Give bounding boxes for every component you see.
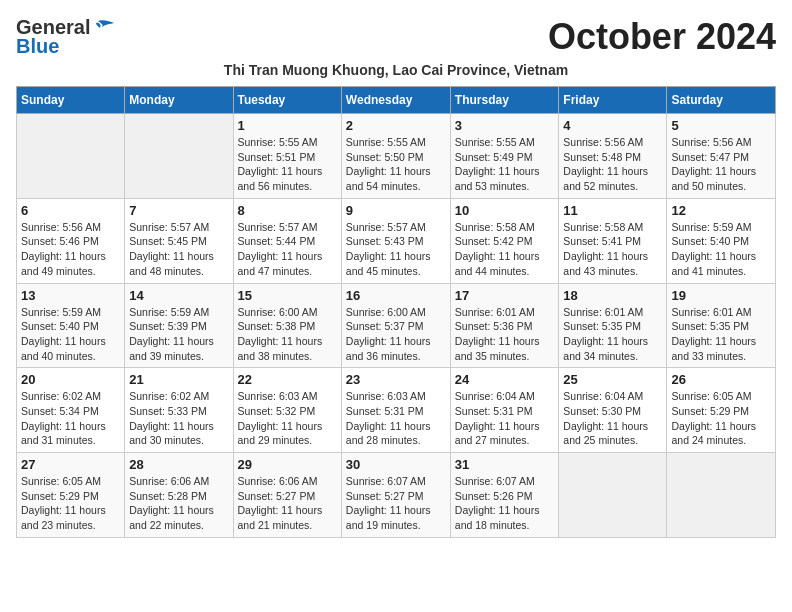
subtitle: Thi Tran Muong Khuong, Lao Cai Province,… bbox=[16, 62, 776, 78]
day-number: 9 bbox=[346, 203, 446, 218]
calendar-day-cell: 28Sunrise: 6:06 AMSunset: 5:28 PMDayligh… bbox=[125, 453, 233, 538]
logo: General Blue bbox=[16, 16, 114, 58]
calendar-day-cell bbox=[125, 114, 233, 199]
weekday-header-cell: Friday bbox=[559, 87, 667, 114]
calendar-body: 1Sunrise: 5:55 AMSunset: 5:51 PMDaylight… bbox=[17, 114, 776, 538]
weekday-header-cell: Saturday bbox=[667, 87, 776, 114]
day-number: 26 bbox=[671, 372, 771, 387]
day-number: 8 bbox=[238, 203, 337, 218]
day-info: Sunrise: 5:56 AMSunset: 5:46 PMDaylight:… bbox=[21, 220, 120, 279]
calendar-day-cell: 13Sunrise: 5:59 AMSunset: 5:40 PMDayligh… bbox=[17, 283, 125, 368]
calendar-day-cell: 31Sunrise: 6:07 AMSunset: 5:26 PMDayligh… bbox=[450, 453, 559, 538]
day-info: Sunrise: 5:56 AMSunset: 5:48 PMDaylight:… bbox=[563, 135, 662, 194]
calendar-day-cell: 7Sunrise: 5:57 AMSunset: 5:45 PMDaylight… bbox=[125, 198, 233, 283]
day-number: 16 bbox=[346, 288, 446, 303]
day-info: Sunrise: 5:59 AMSunset: 5:39 PMDaylight:… bbox=[129, 305, 228, 364]
day-number: 4 bbox=[563, 118, 662, 133]
header: General Blue October 2024 bbox=[16, 16, 776, 58]
day-number: 28 bbox=[129, 457, 228, 472]
day-number: 14 bbox=[129, 288, 228, 303]
calendar-day-cell: 20Sunrise: 6:02 AMSunset: 5:34 PMDayligh… bbox=[17, 368, 125, 453]
day-info: Sunrise: 6:04 AMSunset: 5:31 PMDaylight:… bbox=[455, 389, 555, 448]
day-info: Sunrise: 6:02 AMSunset: 5:33 PMDaylight:… bbox=[129, 389, 228, 448]
calendar-day-cell: 23Sunrise: 6:03 AMSunset: 5:31 PMDayligh… bbox=[341, 368, 450, 453]
calendar-day-cell: 4Sunrise: 5:56 AMSunset: 5:48 PMDaylight… bbox=[559, 114, 667, 199]
day-number: 21 bbox=[129, 372, 228, 387]
day-info: Sunrise: 6:00 AMSunset: 5:37 PMDaylight:… bbox=[346, 305, 446, 364]
day-number: 22 bbox=[238, 372, 337, 387]
calendar-day-cell: 3Sunrise: 5:55 AMSunset: 5:49 PMDaylight… bbox=[450, 114, 559, 199]
calendar-table: SundayMondayTuesdayWednesdayThursdayFrid… bbox=[16, 86, 776, 538]
day-info: Sunrise: 5:59 AMSunset: 5:40 PMDaylight:… bbox=[21, 305, 120, 364]
weekday-header-cell: Sunday bbox=[17, 87, 125, 114]
day-info: Sunrise: 6:00 AMSunset: 5:38 PMDaylight:… bbox=[238, 305, 337, 364]
day-number: 3 bbox=[455, 118, 555, 133]
calendar-day-cell bbox=[559, 453, 667, 538]
day-number: 13 bbox=[21, 288, 120, 303]
calendar-week-row: 20Sunrise: 6:02 AMSunset: 5:34 PMDayligh… bbox=[17, 368, 776, 453]
day-number: 30 bbox=[346, 457, 446, 472]
calendar-day-cell: 6Sunrise: 5:56 AMSunset: 5:46 PMDaylight… bbox=[17, 198, 125, 283]
day-info: Sunrise: 6:07 AMSunset: 5:27 PMDaylight:… bbox=[346, 474, 446, 533]
day-info: Sunrise: 5:55 AMSunset: 5:51 PMDaylight:… bbox=[238, 135, 337, 194]
day-number: 17 bbox=[455, 288, 555, 303]
calendar-day-cell: 22Sunrise: 6:03 AMSunset: 5:32 PMDayligh… bbox=[233, 368, 341, 453]
calendar-day-cell: 8Sunrise: 5:57 AMSunset: 5:44 PMDaylight… bbox=[233, 198, 341, 283]
day-info: Sunrise: 5:57 AMSunset: 5:45 PMDaylight:… bbox=[129, 220, 228, 279]
day-number: 27 bbox=[21, 457, 120, 472]
day-info: Sunrise: 5:56 AMSunset: 5:47 PMDaylight:… bbox=[671, 135, 771, 194]
day-number: 31 bbox=[455, 457, 555, 472]
day-info: Sunrise: 5:57 AMSunset: 5:43 PMDaylight:… bbox=[346, 220, 446, 279]
calendar-day-cell: 19Sunrise: 6:01 AMSunset: 5:35 PMDayligh… bbox=[667, 283, 776, 368]
day-info: Sunrise: 5:55 AMSunset: 5:50 PMDaylight:… bbox=[346, 135, 446, 194]
calendar-day-cell: 29Sunrise: 6:06 AMSunset: 5:27 PMDayligh… bbox=[233, 453, 341, 538]
month-title: October 2024 bbox=[548, 16, 776, 58]
calendar-day-cell: 1Sunrise: 5:55 AMSunset: 5:51 PMDaylight… bbox=[233, 114, 341, 199]
day-number: 11 bbox=[563, 203, 662, 218]
day-info: Sunrise: 6:05 AMSunset: 5:29 PMDaylight:… bbox=[21, 474, 120, 533]
calendar-day-cell: 27Sunrise: 6:05 AMSunset: 5:29 PMDayligh… bbox=[17, 453, 125, 538]
day-number: 12 bbox=[671, 203, 771, 218]
calendar-day-cell: 11Sunrise: 5:58 AMSunset: 5:41 PMDayligh… bbox=[559, 198, 667, 283]
day-number: 6 bbox=[21, 203, 120, 218]
day-info: Sunrise: 6:06 AMSunset: 5:28 PMDaylight:… bbox=[129, 474, 228, 533]
day-info: Sunrise: 5:58 AMSunset: 5:42 PMDaylight:… bbox=[455, 220, 555, 279]
day-info: Sunrise: 6:02 AMSunset: 5:34 PMDaylight:… bbox=[21, 389, 120, 448]
calendar-week-row: 27Sunrise: 6:05 AMSunset: 5:29 PMDayligh… bbox=[17, 453, 776, 538]
logo-bird-icon bbox=[92, 19, 114, 37]
calendar-day-cell: 12Sunrise: 5:59 AMSunset: 5:40 PMDayligh… bbox=[667, 198, 776, 283]
calendar-day-cell: 9Sunrise: 5:57 AMSunset: 5:43 PMDaylight… bbox=[341, 198, 450, 283]
day-number: 7 bbox=[129, 203, 228, 218]
calendar-day-cell: 15Sunrise: 6:00 AMSunset: 5:38 PMDayligh… bbox=[233, 283, 341, 368]
calendar-day-cell bbox=[667, 453, 776, 538]
calendar-day-cell: 26Sunrise: 6:05 AMSunset: 5:29 PMDayligh… bbox=[667, 368, 776, 453]
calendar-day-cell: 17Sunrise: 6:01 AMSunset: 5:36 PMDayligh… bbox=[450, 283, 559, 368]
day-info: Sunrise: 5:59 AMSunset: 5:40 PMDaylight:… bbox=[671, 220, 771, 279]
day-number: 10 bbox=[455, 203, 555, 218]
calendar-day-cell: 14Sunrise: 5:59 AMSunset: 5:39 PMDayligh… bbox=[125, 283, 233, 368]
day-number: 2 bbox=[346, 118, 446, 133]
calendar-day-cell: 25Sunrise: 6:04 AMSunset: 5:30 PMDayligh… bbox=[559, 368, 667, 453]
calendar-day-cell: 30Sunrise: 6:07 AMSunset: 5:27 PMDayligh… bbox=[341, 453, 450, 538]
day-number: 15 bbox=[238, 288, 337, 303]
day-number: 18 bbox=[563, 288, 662, 303]
weekday-header-cell: Monday bbox=[125, 87, 233, 114]
day-info: Sunrise: 5:58 AMSunset: 5:41 PMDaylight:… bbox=[563, 220, 662, 279]
weekday-header-cell: Tuesday bbox=[233, 87, 341, 114]
calendar-day-cell: 21Sunrise: 6:02 AMSunset: 5:33 PMDayligh… bbox=[125, 368, 233, 453]
day-info: Sunrise: 6:03 AMSunset: 5:32 PMDaylight:… bbox=[238, 389, 337, 448]
day-number: 29 bbox=[238, 457, 337, 472]
calendar-day-cell bbox=[17, 114, 125, 199]
weekday-header-cell: Wednesday bbox=[341, 87, 450, 114]
day-number: 5 bbox=[671, 118, 771, 133]
weekday-header-cell: Thursday bbox=[450, 87, 559, 114]
calendar-week-row: 6Sunrise: 5:56 AMSunset: 5:46 PMDaylight… bbox=[17, 198, 776, 283]
day-info: Sunrise: 5:57 AMSunset: 5:44 PMDaylight:… bbox=[238, 220, 337, 279]
day-info: Sunrise: 6:05 AMSunset: 5:29 PMDaylight:… bbox=[671, 389, 771, 448]
day-info: Sunrise: 6:04 AMSunset: 5:30 PMDaylight:… bbox=[563, 389, 662, 448]
calendar-day-cell: 10Sunrise: 5:58 AMSunset: 5:42 PMDayligh… bbox=[450, 198, 559, 283]
day-number: 20 bbox=[21, 372, 120, 387]
day-info: Sunrise: 6:07 AMSunset: 5:26 PMDaylight:… bbox=[455, 474, 555, 533]
calendar-week-row: 13Sunrise: 5:59 AMSunset: 5:40 PMDayligh… bbox=[17, 283, 776, 368]
day-number: 24 bbox=[455, 372, 555, 387]
